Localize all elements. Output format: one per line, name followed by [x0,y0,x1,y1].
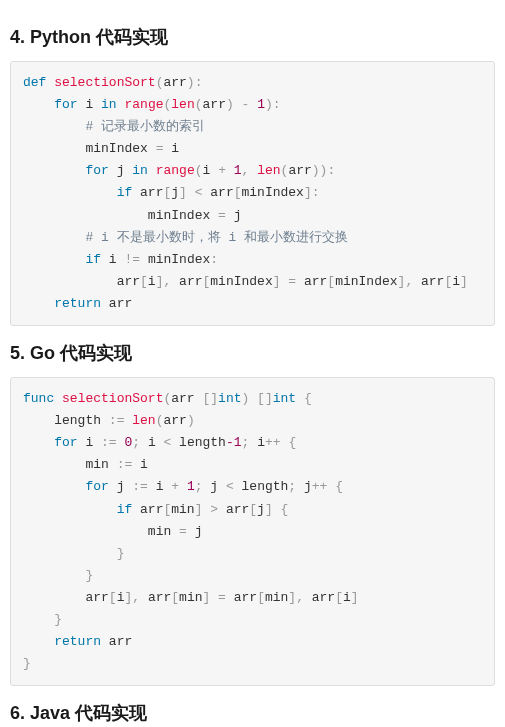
var-arr: arr [109,296,132,311]
var-j: j [195,524,203,539]
num-m1: -1 [226,435,242,450]
colon: : [327,163,335,178]
op-lt: < [156,435,179,450]
colon: : [195,75,203,90]
comma: , [242,163,258,178]
rbracket: ] [265,502,273,517]
arg-arr: arr [171,391,194,406]
op-eq: = [281,274,304,289]
comma: , [296,590,312,605]
lbracket: [ [140,274,148,289]
fn-range: range [156,163,195,178]
var-minIndex: minIndex [242,185,304,200]
var-minIndex: minIndex [148,208,210,223]
rparen: ) [187,75,195,90]
var-i: i [452,274,460,289]
fn-range: range [124,97,163,112]
var-arr: arr [85,590,108,605]
rbrace: } [23,656,31,671]
kw-for: for [54,435,77,450]
op-eq: = [171,524,194,539]
var-i: i [109,252,117,267]
lbrace: { [281,502,289,517]
var-arr: arr [140,185,163,200]
var-minIndex: minIndex [85,141,147,156]
fn-len: len [132,413,155,428]
lbracket: [ [249,502,257,517]
rbracket: ] [288,590,296,605]
fn-len: len [257,163,280,178]
kw-func: func [23,391,54,406]
var-minIndex: minIndex [335,274,397,289]
var-i: i [343,590,351,605]
var-arr: arr [117,274,140,289]
semi: ; [132,435,148,450]
rparen: ) [187,413,195,428]
op-plus: + [163,479,186,494]
var-arr: arr [163,413,186,428]
var-arr: arr [148,590,171,605]
kw-if: if [117,185,133,200]
var-i: i [257,435,265,450]
lbracket: [ [171,590,179,605]
num-1: 1 [234,163,242,178]
lbracket: [ [109,590,117,605]
brackets: [] [249,391,272,406]
kw-in: in [101,97,117,112]
var-j: j [117,163,125,178]
code-block-go: func selectionSort(arr []int) []int { le… [10,377,495,686]
rparen: ) [312,163,320,178]
kw-for: for [85,163,108,178]
kw-def: def [23,75,46,90]
lbracket: [ [257,590,265,605]
var-min: min [148,524,171,539]
op-eq: = [210,208,233,223]
rparen: ) [265,97,273,112]
var-min: min [171,502,194,517]
kw-return: return [54,296,101,311]
var-i: i [140,457,148,472]
heading-java: 6. Java 代码实现 [10,701,495,725]
op-inc: ++ [312,479,328,494]
var-j: j [171,185,179,200]
lbracket: [ [234,185,242,200]
var-min: min [85,457,108,472]
op-plus: + [210,163,233,178]
lbrace: { [304,391,312,406]
arg: arr [288,163,311,178]
var-i: i [85,97,93,112]
kw-for: for [85,479,108,494]
var-arr: arr [304,274,327,289]
var-arr: arr [109,634,132,649]
kw-if: if [117,502,133,517]
var-i: i [148,274,156,289]
var-length: length [179,435,226,450]
kw-for: for [54,97,77,112]
rbrace: } [85,568,93,583]
rparen: ) [226,97,234,112]
var-j: j [234,208,242,223]
var-j: j [304,479,312,494]
rbracket: ] [351,590,359,605]
lbrace: { [335,479,343,494]
op-gt: > [202,502,225,517]
lbracket: [ [335,590,343,605]
var-arr: arr [312,590,335,605]
lparen: ( [195,163,203,178]
var-minIndex: minIndex [148,252,210,267]
type-int: int [218,391,241,406]
num-1: 1 [257,97,265,112]
var-arr: arr [421,274,444,289]
semi: ; [242,435,258,450]
var-arr: arr [210,185,233,200]
lbracket: [ [327,274,335,289]
kw-if: if [85,252,101,267]
rbracket: ] [179,185,187,200]
rbracket: ] [460,274,468,289]
var-j: j [257,502,265,517]
colon: : [312,185,320,200]
var-length: length [54,413,101,428]
heading-python: 4. Python 代码实现 [10,25,495,49]
var-j: j [210,479,218,494]
op-inc: ++ [265,435,281,450]
